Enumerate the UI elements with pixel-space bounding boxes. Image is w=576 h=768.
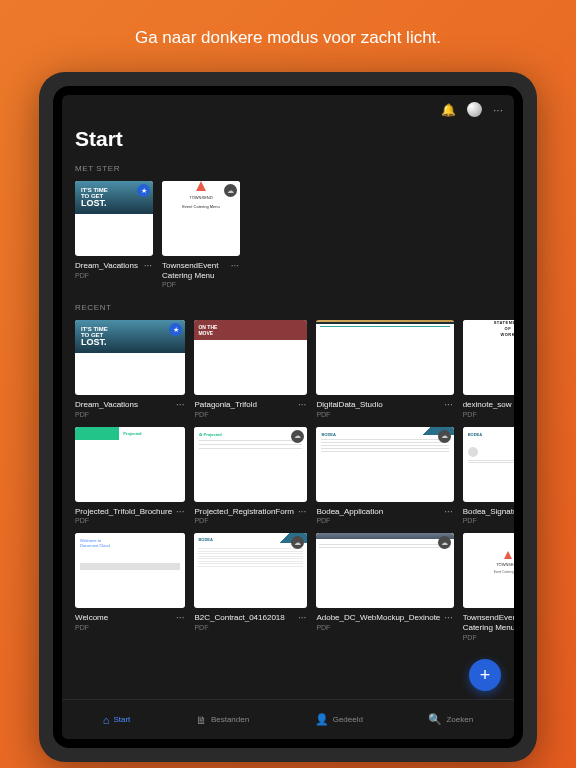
top-toolbar: 🔔 ··· (62, 95, 514, 124)
section-recent-label: RECENT (75, 303, 501, 312)
nav-start-label: Start (113, 715, 130, 724)
document-card[interactable]: STATEMENTOFWORKdexinote_sowPDF··· (463, 320, 514, 418)
document-name: Adobe_DC_WebMockup_Dexinote (316, 613, 440, 623)
document-thumbnail: BODEA☁ (316, 427, 453, 502)
document-card[interactable]: ✿ Projected☁Projected_RegistrationFormPD… (194, 427, 307, 525)
document-type: PDF (75, 272, 140, 279)
document-type: PDF (194, 517, 294, 524)
document-more-button[interactable]: ··· (297, 400, 307, 410)
document-card[interactable]: DigitalData_StudioPDF··· (316, 320, 453, 418)
document-name: TownsendEvent Catering Menu (463, 613, 514, 632)
more-icon[interactable]: ··· (493, 103, 503, 117)
document-name: Projected_RegistrationForm (194, 507, 294, 517)
nav-search[interactable]: 🔍Zoeken (428, 713, 473, 726)
recent-grid: IT'S TIMETO GETLOST.★Dream_VacationsPDF·… (75, 320, 501, 640)
document-thumbnail: IT'S TIMETO GETLOST.★ (75, 181, 153, 256)
document-card[interactable]: BODEABodea_SignatureLinePDF··· (463, 427, 514, 525)
document-more-button[interactable]: ··· (230, 261, 240, 271)
document-name: Dream_Vacations (75, 261, 140, 271)
document-more-button[interactable]: ··· (175, 400, 185, 410)
document-thumbnail: TOWNSENDEvent Catering Menu★ (463, 533, 514, 608)
document-type: PDF (463, 634, 514, 641)
document-type: PDF (194, 624, 294, 631)
document-more-button[interactable]: ··· (443, 613, 453, 623)
cloud-badge-icon: ☁ (438, 536, 451, 549)
document-type: PDF (75, 624, 172, 631)
tablet-bezel: 🔔 ··· Start MET STER IT'S TIMETO GETLOST… (53, 86, 523, 748)
nav-files[interactable]: 🗎Bestanden (196, 714, 249, 726)
document-name: Welcome (75, 613, 172, 623)
document-card[interactable]: IT'S TIMETO GETLOST.★Dream_VacationsPDF·… (75, 181, 153, 288)
search-icon: 🔍 (428, 713, 442, 726)
document-card[interactable]: TOWNSENDEvent Catering Menu☁TownsendEven… (162, 181, 240, 288)
document-thumbnail: Welcome toDocument Cloud (75, 533, 185, 608)
document-more-button[interactable]: ··· (297, 613, 307, 623)
document-type: PDF (463, 411, 514, 418)
document-more-button[interactable]: ··· (443, 400, 453, 410)
document-type: PDF (316, 411, 440, 418)
document-type: PDF (75, 411, 172, 418)
bottom-nav: ⌂Start 🗎Bestanden 👤Gedeeld 🔍Zoeken (62, 699, 514, 739)
nav-search-label: Zoeken (446, 715, 473, 724)
document-thumbnail: BODEA (463, 427, 514, 502)
document-name: Bodea_SignatureLine (463, 507, 514, 517)
document-type: PDF (162, 281, 227, 288)
document-thumbnail: ON THEMOVE (194, 320, 307, 395)
promo-headline: Ga naar donkere modus voor zacht licht. (135, 28, 441, 48)
document-card[interactable]: ON THEMOVEPatagonia_TrifoldPDF··· (194, 320, 307, 418)
document-thumbnail: TOWNSENDEvent Catering Menu☁ (162, 181, 240, 256)
document-thumbnail: Projected (75, 427, 185, 502)
document-more-button[interactable]: ··· (143, 261, 153, 271)
starred-grid: IT'S TIMETO GETLOST.★Dream_VacationsPDF·… (75, 181, 501, 288)
cloud-badge-icon: ☁ (438, 430, 451, 443)
nav-shared-label: Gedeeld (333, 715, 363, 724)
cloud-badge-icon: ☁ (224, 184, 237, 197)
document-name: dexinote_sow (463, 400, 514, 410)
document-card[interactable]: IT'S TIMETO GETLOST.★Dream_VacationsPDF·… (75, 320, 185, 418)
notifications-icon[interactable]: 🔔 (441, 103, 456, 117)
nav-files-label: Bestanden (211, 715, 249, 724)
section-starred-label: MET STER (75, 164, 501, 173)
document-name: Patagonia_Trifold (194, 400, 294, 410)
document-thumbnail: ☁ (316, 533, 453, 608)
document-type: PDF (316, 517, 440, 524)
document-name: B2C_Contract_04162018 (194, 613, 294, 623)
star-badge-icon: ★ (137, 184, 150, 197)
document-card[interactable]: BODEA☁Bodea_ApplicationPDF··· (316, 427, 453, 525)
home-icon: ⌂ (103, 714, 110, 726)
document-card[interactable]: BODEA☁B2C_Contract_04162018PDF··· (194, 533, 307, 640)
document-name: Dream_Vacations (75, 400, 172, 410)
document-thumbnail: BODEA☁ (194, 533, 307, 608)
document-name: DigitalData_Studio (316, 400, 440, 410)
document-type: PDF (463, 517, 514, 524)
add-button[interactable]: + (469, 659, 501, 691)
document-more-button[interactable]: ··· (443, 507, 453, 517)
document-more-button[interactable]: ··· (175, 613, 185, 623)
document-type: PDF (316, 624, 440, 631)
nav-start[interactable]: ⌂Start (103, 714, 131, 726)
document-card[interactable]: ProjectedProjected_Trifold_BrochurePDF··… (75, 427, 185, 525)
document-name: Projected_Trifold_Brochure (75, 507, 172, 517)
document-thumbnail: IT'S TIMETO GETLOST.★ (75, 320, 185, 395)
files-icon: 🗎 (196, 714, 207, 726)
nav-shared[interactable]: 👤Gedeeld (315, 713, 363, 726)
content-scroll: Start MET STER IT'S TIMETO GETLOST.★Drea… (62, 124, 514, 739)
document-more-button[interactable]: ··· (175, 507, 185, 517)
document-card[interactable]: TOWNSENDEvent Catering Menu★TownsendEven… (463, 533, 514, 640)
document-name: Bodea_Application (316, 507, 440, 517)
page-title: Start (75, 127, 501, 151)
document-thumbnail (316, 320, 453, 395)
document-thumbnail: STATEMENTOFWORK (463, 320, 514, 395)
document-type: PDF (75, 517, 172, 524)
document-more-button[interactable]: ··· (297, 507, 307, 517)
document-card[interactable]: ☁Adobe_DC_WebMockup_DexinotePDF··· (316, 533, 453, 640)
document-name: TownsendEvent Catering Menu (162, 261, 227, 280)
shared-icon: 👤 (315, 713, 329, 726)
app-screen: 🔔 ··· Start MET STER IT'S TIMETO GETLOST… (62, 95, 514, 739)
tablet-frame: 🔔 ··· Start MET STER IT'S TIMETO GETLOST… (39, 72, 537, 762)
document-card[interactable]: Welcome toDocument CloudWelcomePDF··· (75, 533, 185, 640)
document-type: PDF (194, 411, 294, 418)
document-thumbnail: ✿ Projected☁ (194, 427, 307, 502)
avatar-icon[interactable] (467, 102, 482, 117)
